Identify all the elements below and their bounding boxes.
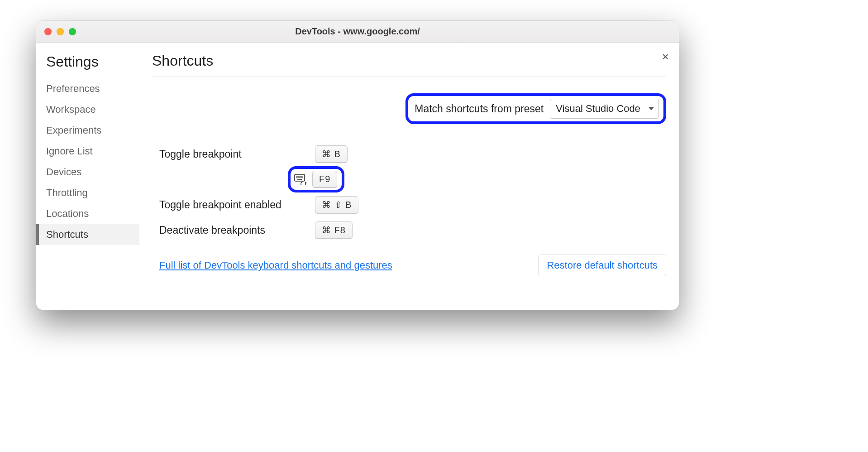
settings-main: Shortcuts Match shortcuts from preset Vi… xyxy=(139,43,679,310)
chevron-down-icon xyxy=(649,107,654,111)
shortcut-row: Deactivate breakpoints ⌘ F8 xyxy=(152,218,666,242)
sidebar-item-preferences[interactable]: Preferences xyxy=(36,78,139,99)
shortcut-keys: ⌘ F8 xyxy=(315,221,353,239)
shortcut-keycap: F9 xyxy=(312,171,337,188)
settings-title: Settings xyxy=(36,53,139,78)
shortcut-rows: Toggle breakpoint ⌘ B xyxy=(152,142,666,242)
restore-defaults-button[interactable]: Restore default shortcuts xyxy=(538,255,666,276)
titlebar: DevTools - www.google.com/ xyxy=(36,21,679,43)
shortcut-keycap: ⌘ F8 xyxy=(315,221,353,239)
settings-content: × Settings Preferences Workspace Experim… xyxy=(36,43,679,310)
shortcut-keycap: ⌘ ⇧ B xyxy=(315,196,358,214)
bottom-row: Full list of DevTools keyboard shortcuts… xyxy=(152,255,666,276)
shortcut-keys: ⌘ B xyxy=(315,145,348,163)
svg-marker-4 xyxy=(305,182,307,184)
shortcut-label: Deactivate breakpoints xyxy=(152,224,315,236)
sidebar-item-locations[interactable]: Locations xyxy=(36,203,139,224)
preset-annotation-highlight: Match shortcuts from preset Visual Studi… xyxy=(405,93,666,124)
shortcut-keycap: ⌘ B xyxy=(315,145,348,163)
sidebar-item-shortcuts[interactable]: Shortcuts xyxy=(36,224,139,245)
docs-link[interactable]: Full list of DevTools keyboard shortcuts… xyxy=(159,260,392,271)
sidebar-item-ignore-list[interactable]: Ignore List xyxy=(36,141,139,162)
app-window: DevTools - www.google.com/ × Settings Pr… xyxy=(36,21,679,310)
shortcut-row: F9 xyxy=(152,168,666,191)
preset-select[interactable]: Visual Studio Code xyxy=(550,99,659,119)
shortcut-row: Toggle breakpoint ⌘ B xyxy=(152,142,666,166)
shortcut-label: Toggle breakpoint xyxy=(152,148,315,160)
preset-label: Match shortcuts from preset xyxy=(415,103,544,115)
preset-select-value: Visual Studio Code xyxy=(556,103,640,114)
shortcut-label: Toggle breakpoint enabled xyxy=(152,199,315,211)
shortcut-row: Toggle breakpoint enabled ⌘ ⇧ B xyxy=(152,193,666,216)
window-title: DevTools - www.google.com/ xyxy=(36,26,679,37)
sidebar-item-devices[interactable]: Devices xyxy=(36,162,139,183)
sidebar-item-throttling[interactable]: Throttling xyxy=(36,183,139,203)
page-title: Shortcuts xyxy=(152,53,666,77)
preset-row: Match shortcuts from preset Visual Studi… xyxy=(152,93,666,124)
shortcut-annotation-highlight: F9 xyxy=(288,166,344,192)
shortcut-keys: ⌘ ⇧ B xyxy=(315,196,358,214)
sidebar-item-workspace[interactable]: Workspace xyxy=(36,99,139,120)
settings-sidebar: Settings Preferences Workspace Experimen… xyxy=(36,43,139,310)
keyboard-reset-icon xyxy=(294,174,308,185)
sidebar-item-experiments[interactable]: Experiments xyxy=(36,120,139,141)
